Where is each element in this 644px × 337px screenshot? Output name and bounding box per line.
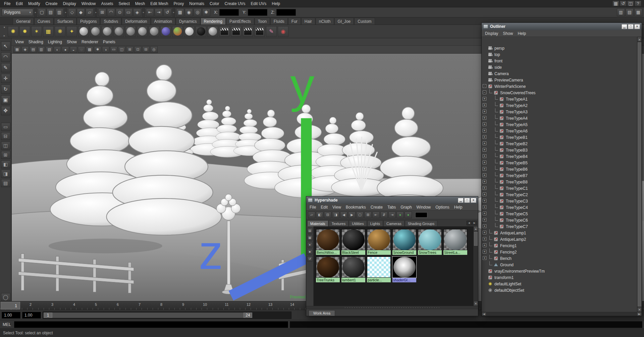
current-frame-indicator[interactable]: 1 [1,302,20,310]
shelf-tab-fur[interactable]: Fur [288,18,301,24]
shelf-tab-toon[interactable]: Toon [255,18,270,24]
phong-material-icon[interactable] [137,26,148,37]
material-swatch-treetrunks[interactable]: TreeTrunks [316,257,340,282]
expand-icon[interactable]: + [483,142,486,145]
menu-window[interactable]: Window [79,1,99,7]
four-pane-layout[interactable]: ⊞ [1,151,10,159]
hypershade-menu-edit[interactable]: Edit [318,204,330,210]
outliner-titlebar[interactable]: Outliner ▁ □ ✕ [482,23,642,30]
save-scene-icon[interactable]: ▥ [55,8,63,16]
hypershade-menu-options[interactable]: Options [433,204,451,210]
outliner-item-treetypeb6[interactable]: +TreeTypeB6 [482,166,637,172]
tab-scroll-left-icon[interactable]: ◀ [467,221,472,225]
snap-curve-icon[interactable]: ◠ [107,8,115,16]
shelf-tab-curves[interactable]: Curves [34,18,54,24]
list-view-icon[interactable]: ▤ [307,228,313,233]
persp-outliner-layout[interactable]: ◧ [1,160,10,168]
shading-map-icon[interactable] [207,26,218,37]
panel-menu-show[interactable]: Show [64,39,79,45]
shelf-tab-fluids[interactable]: Fluids [270,18,288,24]
batch-render-icon[interactable] [243,26,253,37]
menu-create-uvs[interactable]: Create UVs [222,1,248,7]
shelf-tab-gi-joe[interactable]: GI_Joe [334,18,354,24]
hypershade-tab-shading-groups[interactable]: Shading Groups [405,220,438,226]
material-swatch-benchwoo-[interactable]: BenchWoo... [316,229,340,255]
hypershade-menu-help[interactable]: Help [452,204,465,210]
expand-icon[interactable]: + [483,231,486,234]
outliner-item-previewcamera[interactable]: PreviewCamera [482,77,637,83]
material-swatch-snowtrees[interactable]: SnowTrees [418,229,442,255]
range-slider-track[interactable]: 1 24 [43,312,291,319]
shelf-tab-dynamics[interactable]: Dynamics [176,18,200,24]
ramp-shader-icon[interactable] [172,26,183,37]
outliner-item-treetypeb3[interactable]: +TreeTypeB3 [482,147,637,153]
menu-normals[interactable]: Normals [186,1,207,7]
move-tool[interactable]: ✛ [1,74,10,83]
outliner-item-treetypec7[interactable]: +TreeTypeC7 [482,223,637,230]
material-swatch-particle-[interactable]: particle... [367,257,391,282]
scroll-thumb[interactable] [474,232,478,246]
spot-light-icon[interactable]: ✺ [8,26,18,37]
anisotropic-material-icon[interactable] [90,26,101,37]
surface-shader-icon[interactable] [184,26,195,37]
paint-effects-icon[interactable]: ✎ [266,26,277,37]
lambert-material-icon[interactable] [113,26,124,37]
two-pane-stacked-layout[interactable]: ⊟ [1,132,10,140]
use-lights-icon[interactable]: ✹ [94,46,101,53]
phong-e-material-icon[interactable] [149,26,159,37]
material-swatch-streetla-[interactable]: StreetLa... [443,229,467,255]
shadows-icon[interactable]: ◑ [102,46,109,53]
outliner-menu-help[interactable]: Help [515,31,528,37]
material-swatch-lambert1[interactable]: lambert1 [341,257,365,282]
expand-icon[interactable]: + [483,110,486,113]
menu-create[interactable]: Create [43,1,60,7]
outliner-item-treetypeb8[interactable]: +TreeTypeB8 [482,179,637,185]
scroll-down-icon[interactable]: ▼ [474,301,478,306]
outliner-item-bench[interactable]: +Bench [482,255,637,262]
y-coord-input[interactable] [248,9,267,16]
show-textures-icon[interactable]: ● [405,212,412,218]
ipr-render-icon[interactable]: ◎ [194,8,202,16]
outliner-item-side[interactable]: side [482,64,637,70]
expand-icon[interactable]: + [483,154,486,158]
outliner-item-treetypec3[interactable]: +TreeTypeC3 [482,198,637,204]
hypershade-titlebar[interactable]: Hypershade ▁ □ ✕ [306,196,478,204]
hypershade-menu-create[interactable]: Create [368,204,385,210]
menu-color[interactable]: Color [207,1,222,7]
scroll-right-icon[interactable]: ▶ [637,312,642,316]
outliner-item-transform1[interactable]: transform1 [482,274,637,281]
expand-icon[interactable]: + [483,212,486,215]
x-coord-input[interactable] [219,9,239,16]
paint-select-tool[interactable]: ✎ [1,63,10,72]
previous-graph-icon[interactable]: ◀ [340,212,347,218]
playback-start-field[interactable]: 1.00 [2,312,20,319]
expand-icon[interactable]: + [483,122,486,126]
outliner-item-defaultobjectset[interactable]: defaultObjectSet [482,287,637,293]
shelf-tab-subdivs[interactable]: Subdivs [100,18,121,24]
shelf-tab-ncloth[interactable]: nCloth [316,18,334,24]
outliner-item-defaultlightset[interactable]: defaultLightSet [482,281,637,287]
open-render-view-icon[interactable]: ▦ [176,8,184,16]
range-slider-bar[interactable]: 1 24 [44,313,252,318]
outliner-item-treetypeb4[interactable]: +TreeTypeB4 [482,153,637,160]
outliner-item-treetypea2[interactable]: +TreeTypeA2 [482,102,637,109]
next-graph-icon[interactable]: ▶ [348,212,356,218]
menu-edit-uvs[interactable]: Edit UVs [248,1,269,7]
hypershade-menu-window[interactable]: Window [414,204,433,210]
universal-manipulator-tool[interactable]: ✥ [1,106,10,115]
close-icon[interactable]: ✕ [634,24,640,29]
blinn-material-icon[interactable] [102,26,112,37]
panel-menu-shading[interactable]: Shading [26,39,46,45]
expand-icon[interactable]: + [483,129,486,132]
outliner-item-treetypec4[interactable]: +TreeTypeC4 [482,204,637,211]
material-swatch-blacksteel[interactable]: BlackSteel [341,229,365,255]
section-collapse-icon[interactable]: ▸ [64,8,67,17]
directional-light-icon[interactable]: ✶ [31,26,42,37]
outliner-item-camera[interactable]: Camera [482,70,637,77]
shelf-tab-rendering[interactable]: Rendering [201,18,226,24]
expand-icon[interactable]: + [483,135,486,139]
material-swatch-shadergl-[interactable]: shaderGl... [392,257,416,282]
hypershade-tab-materials[interactable]: Materials [307,220,328,226]
use-background-icon[interactable] [196,26,206,37]
expand-icon[interactable]: + [483,148,486,152]
